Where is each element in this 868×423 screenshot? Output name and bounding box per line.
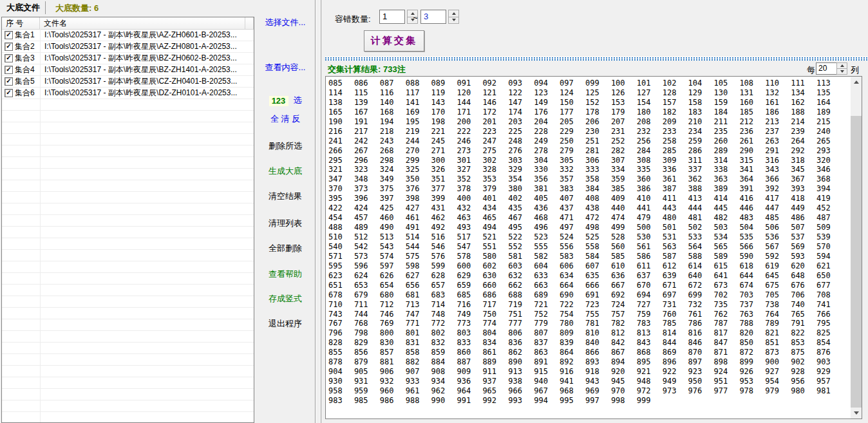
spin-down-button[interactable] [836, 69, 847, 75]
result-value: 733注 [383, 64, 406, 74]
tolerance-max-spinner[interactable] [448, 10, 459, 24]
number-row: 347 348 349 350 351 352 353 354 356 357 … [328, 174, 850, 184]
file-list-empty-row [2, 343, 254, 354]
action-column: 选择文件... 查看内容... 123选 全 清 反 删除所选 生成大底 清空结… [256, 0, 315, 423]
number-row: 796 798 800 801 802 803 804 806 807 809 … [328, 328, 850, 338]
header-seq[interactable]: 序 号 [2, 17, 40, 29]
spin-up-button[interactable] [836, 62, 847, 69]
row-file-path: I:\Tools\2025317 - 副本\昨夜星辰\DZ-ZH0101-A-2… [40, 88, 254, 99]
header-filename[interactable]: 文件名 [40, 17, 245, 29]
file-list-empty-row [2, 180, 254, 192]
up-arrow-icon [452, 12, 456, 15]
quick-select-link[interactable]: 选 [294, 95, 302, 105]
tolerance-min-input[interactable]: 1 [379, 10, 405, 24]
scrollbar-thumb[interactable] [851, 116, 862, 408]
number-row: 651 653 654 656 657 659 660 662 663 664 … [328, 281, 850, 290]
select-files-link[interactable]: 选择文件... [256, 17, 315, 28]
number-row: 904 905 906 907 908 909 911 913 915 916 … [328, 367, 850, 377]
number-row: 138 139 140 141 143 144 146 147 149 150 … [328, 98, 850, 108]
file-list-empty-row [2, 366, 254, 377]
number-row: 828 829 830 831 832 833 834 836 837 839 … [328, 338, 850, 348]
number-row: 165 167 168 169 170 171 172 174 176 177 … [328, 108, 850, 117]
row-set-label: 集合2 [15, 41, 35, 52]
calc-intersection-button[interactable]: 计算交集 [364, 30, 424, 52]
row-file-path: I:\Tools\2025317 - 副本\昨夜星辰\AZ-ZH0801-A-2… [40, 41, 254, 52]
number-row: 295 296 298 299 300 301 302 303 304 305 … [328, 156, 850, 165]
file-list-empty-row [2, 169, 254, 180]
number-row: 878 879 881 882 884 887 889 890 891 892 … [328, 357, 850, 367]
row-set-label: 集合1 [15, 30, 35, 41]
row-checkbox[interactable]: ✓ [5, 77, 13, 86]
result-grid-panel: 085 086 087 088 089 091 092 093 094 097 … [325, 76, 862, 419]
view-help-link[interactable]: 查看帮助 [256, 268, 315, 280]
number-row: 454 457 460 461 462 463 465 467 468 471 … [328, 213, 850, 223]
file-list-empty-row [2, 203, 254, 215]
exit-program-link[interactable]: 退出程序 [256, 318, 315, 330]
tolerance-range-tilde: ~ [410, 13, 420, 23]
number-row: 395 396 397 398 399 400 401 402 405 407 … [328, 194, 850, 203]
clear-results-link[interactable]: 清空结果 [256, 191, 315, 202]
row-checkbox[interactable]: ✓ [5, 31, 13, 39]
number-row: 571 573 574 575 576 578 580 581 582 583 … [328, 252, 850, 261]
number-row: 510 512 513 514 516 517 521 522 523 524 … [328, 232, 850, 242]
scroll-down-button[interactable] [851, 408, 862, 418]
file-list-empty-row [2, 238, 254, 250]
scroll-up-button[interactable] [851, 77, 862, 88]
number-row: 488 489 490 491 492 493 494 495 496 497 … [328, 223, 850, 232]
quick-select-input[interactable]: 123 [269, 96, 288, 106]
row-set-label: 集合3 [15, 53, 35, 64]
number-row: 983 985 986 988 990 991 992 993 994 995 … [328, 396, 850, 406]
delete-selected-link[interactable]: 删除所选 [256, 140, 315, 152]
number-row: 855 856 857 858 859 860 861 862 863 864 … [328, 348, 850, 357]
number-row: 710 711 712 713 714 716 717 719 721 722 … [328, 300, 850, 310]
number-row: 266 267 268 270 271 273 275 276 278 279 … [328, 146, 850, 156]
file-list-empty-row [2, 331, 254, 343]
spin-up-button[interactable] [448, 10, 459, 17]
file-list-row[interactable]: ✓集合5I:\Tools\2025317 - 副本\昨夜星辰\CZ-ZH0401… [2, 76, 254, 88]
file-list-row[interactable]: ✓集合2I:\Tools\2025317 - 副本\昨夜星辰\AZ-ZH0801… [2, 41, 254, 53]
generate-dadi-link[interactable]: 生成大底 [256, 165, 315, 177]
result-grid-content[interactable]: 085 086 087 088 089 091 092 093 094 097 … [328, 79, 850, 418]
file-list-row[interactable]: ✓集合6I:\Tools\2025317 - 副本\昨夜星辰\DZ-ZH0101… [2, 88, 254, 99]
clean-list-link[interactable]: 清理列表 [256, 218, 315, 229]
file-list-empty-row [2, 122, 254, 134]
per-row-spinner[interactable] [836, 62, 847, 75]
number-row: 958 959 960 961 962 964 965 966 967 968 … [328, 386, 850, 396]
per-row-input[interactable]: 20 [816, 62, 837, 75]
number-row: 540 542 543 544 546 547 551 552 555 556 … [328, 242, 850, 252]
file-list-row[interactable]: ✓集合1I:\Tools\2025317 - 副本\昨夜星辰\AZ-ZH0601… [2, 30, 254, 41]
file-list-empty-row [2, 192, 254, 203]
tab-dadi-files[interactable]: 大底文件 [1, 1, 46, 14]
row-checkbox[interactable]: ✓ [5, 42, 13, 51]
row-checkbox[interactable]: ✓ [5, 66, 13, 74]
row-set-label: 集合6 [15, 88, 35, 99]
number-row: 930 931 932 933 934 936 937 938 940 941 … [328, 377, 850, 386]
number-row: 114 115 116 117 119 120 121 122 123 124 … [328, 88, 850, 98]
delete-all-link[interactable]: 全部删除 [256, 243, 315, 254]
file-list-empty-row [2, 99, 254, 111]
file-list-row[interactable]: ✓集合4I:\Tools\2025317 - 副本\昨夜星辰\BZ-ZH1401… [2, 64, 254, 76]
vertical-scrollbar[interactable] [851, 77, 862, 418]
row-checkbox[interactable]: ✓ [5, 54, 13, 62]
tab-bar: 大底文件 大底数量: 6 [0, 0, 255, 15]
file-list-empty-row [2, 215, 254, 227]
file-list-empty-row [2, 412, 254, 423]
tolerance-label: 容错数量: [335, 14, 371, 25]
file-list-row[interactable]: ✓集合3I:\Tools\2025317 - 副本\昨夜星辰\BZ-ZH0602… [2, 53, 254, 64]
tolerance-max-input[interactable]: 3 [420, 10, 446, 24]
file-list-empty-row [2, 354, 254, 366]
row-set-label: 集合4 [15, 64, 35, 75]
file-list-empty-row [2, 157, 254, 169]
file-list-empty-row [2, 250, 254, 261]
view-content-link[interactable]: 查看内容... [256, 62, 315, 73]
row-checkbox[interactable]: ✓ [5, 89, 13, 97]
quick-select-row: 123选 [256, 95, 315, 106]
spin-down-button[interactable] [448, 17, 459, 24]
dotted-separator [325, 57, 868, 61]
row-set-label: 集合5 [15, 76, 35, 87]
save-vertical-link[interactable]: 存成竖式 [256, 293, 315, 305]
number-row: 767 768 769 771 772 773 774 777 779 780 … [328, 319, 850, 328]
down-arrow-icon [840, 70, 844, 73]
all-clear-invert-links[interactable]: 全 清 反 [256, 113, 315, 125]
file-list-empty-row [2, 285, 254, 296]
